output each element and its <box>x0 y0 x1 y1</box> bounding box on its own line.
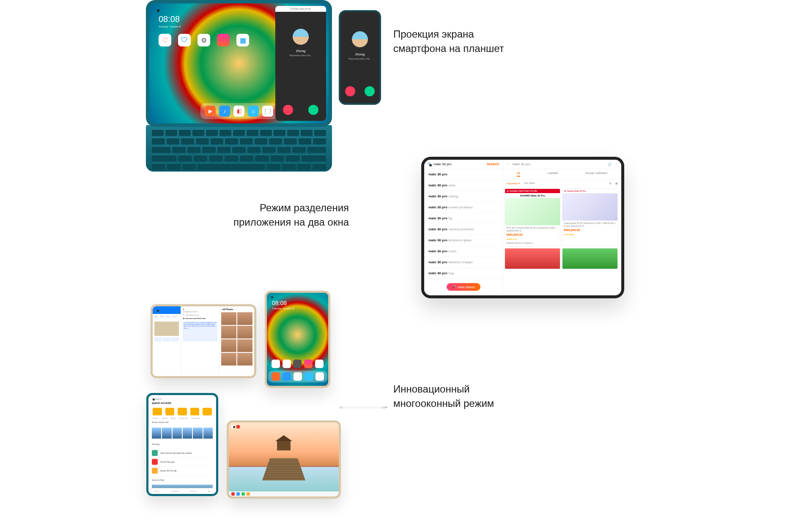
keyboard[interactable] <box>146 125 332 172</box>
photo-thumb[interactable] <box>237 339 252 352</box>
accept-call-button[interactable] <box>365 86 375 96</box>
window-icon[interactable] <box>231 425 235 428</box>
product-card[interactable]: ✿Huawei Mate 30 Pro Huawei Mate 30 Pro H… <box>562 188 618 246</box>
search-suggestion[interactable]: mate 30 pro casing <box>424 191 502 202</box>
tab-lazmall[interactable]: LazMall <box>548 172 558 177</box>
dock-icon[interactable]: ◧ <box>233 106 244 117</box>
folder-label: Downloads <box>191 417 200 419</box>
search-placeholder[interactable]: Search <box>155 398 162 400</box>
device-email-photos: New Draft Sent Trash ✕ zhong@huaweicom T… <box>151 304 256 378</box>
search-suggestion[interactable]: mate 30 pro 5g <box>424 213 502 224</box>
filter-topsales[interactable]: Top Sales <box>524 182 535 185</box>
window-icon[interactable] <box>236 425 240 428</box>
cart-icon[interactable]: 🛒 <box>608 162 612 166</box>
product-card[interactable] <box>505 248 560 269</box>
voice-search-button[interactable]: 🎤 Voice Search <box>447 283 480 291</box>
search-suggestion[interactable]: mate 30 pro screen protector <box>424 202 502 213</box>
taskbar-icon[interactable] <box>231 492 235 496</box>
photo-thumb[interactable] <box>237 312 252 325</box>
photo-thumb[interactable] <box>221 326 236 338</box>
nav-draft[interactable]: Draft <box>160 315 164 317</box>
dock-icon[interactable] <box>283 372 291 381</box>
nav-new[interactable]: New <box>154 315 158 317</box>
decline-call-button[interactable] <box>345 86 355 96</box>
app-icon[interactable]: 🛡 <box>178 34 191 46</box>
taskbar-icon[interactable] <box>247 492 250 496</box>
tab-categories[interactable]: Categories <box>171 490 179 492</box>
app-icon[interactable] <box>293 360 302 368</box>
email-from: zhong@huaweicom <box>183 311 217 313</box>
photo-thumb[interactable] <box>237 326 252 338</box>
search-suggestion[interactable]: mate 30 pro wireless charger <box>424 257 502 268</box>
dock-icon[interactable]: ⌂ <box>248 106 259 117</box>
dock-icon[interactable]: ♪ <box>219 106 230 117</box>
app-icon[interactable] <box>217 34 230 46</box>
product-image <box>562 194 617 221</box>
search-button[interactable]: SEARCH <box>487 163 499 166</box>
search-suggestion[interactable]: mate 30 pro sog <box>424 268 502 279</box>
tab-global[interactable]: Global Collection <box>585 172 608 177</box>
dock-icon[interactable] <box>304 372 313 381</box>
search-suggestion[interactable]: mate 30 pro camera protector <box>424 224 502 235</box>
huawei-logo-icon: ✿ <box>564 190 566 192</box>
taskbar-icon[interactable] <box>241 492 245 496</box>
caller-name: Zhong <box>275 49 326 53</box>
folder-icon[interactable] <box>153 408 162 415</box>
app-icon[interactable] <box>315 360 324 368</box>
filter-icon[interactable]: ⚙ <box>609 182 611 185</box>
tab-recent[interactable]: Recent <box>154 490 159 492</box>
product-image <box>562 248 617 269</box>
search-suggestion[interactable]: mate 30 pro <box>424 169 502 180</box>
search-suggestion[interactable]: mate 30 pro case <box>424 180 502 191</box>
photo-thumb[interactable] <box>237 353 252 366</box>
email-thumbnail <box>154 322 179 336</box>
dock-icon[interactable] <box>315 372 324 381</box>
dock-icon[interactable]: ⋮⋮ <box>262 106 273 117</box>
photo-thumb[interactable] <box>221 312 236 325</box>
tab-netdisk[interactable]: Net Disk <box>190 490 197 492</box>
product-card[interactable] <box>562 248 618 269</box>
app-icon[interactable] <box>283 360 291 368</box>
tab-all[interactable]: All <box>517 172 520 177</box>
list-item[interactable]: South Piao.gps <box>152 458 213 466</box>
folder-icon[interactable] <box>203 408 212 415</box>
folder-icon[interactable] <box>178 408 187 415</box>
app-icon[interactable] <box>304 360 313 368</box>
nav-sent[interactable]: Sent <box>167 315 170 317</box>
accept-call-button[interactable] <box>308 105 318 115</box>
search-input[interactable] <box>433 162 487 166</box>
search-suggestion[interactable]: mate 30 pro cover <box>424 246 502 257</box>
folder-icon[interactable] <box>165 408 175 415</box>
list-item[interactable]: wire network api.png/code square <box>152 449 213 458</box>
search-suggestion[interactable]: mate 30 pro tempered glass <box>424 235 502 246</box>
split-right-pane: ← mate 30 pro 🛒 ⋮ All LazMall Global Col… <box>503 160 621 295</box>
folder-label: Pictures <box>153 417 159 419</box>
dock-icon[interactable] <box>272 372 280 381</box>
back-icon[interactable]: ‹ <box>221 308 222 311</box>
app-icon[interactable]: ▦ <box>236 34 249 46</box>
grid-view-icon[interactable]: ▦ <box>615 182 618 185</box>
photo-thumb[interactable] <box>221 353 236 366</box>
filter-popularity[interactable]: Popularity ▾ <box>506 182 519 185</box>
dock-icon[interactable] <box>294 372 302 381</box>
photo-thumb[interactable] <box>221 339 236 352</box>
folder-icon[interactable] <box>190 408 200 415</box>
tab-me[interactable]: Me <box>208 490 211 492</box>
back-icon[interactable]: ← <box>506 162 510 166</box>
tablet-screen: 08:08 Tuesday, October 8 ♡ 🛡 ⚙ ▦ ▶ ♪ ◧ ⌂… <box>149 3 329 123</box>
date: Tuesday, October 8 <box>272 307 294 310</box>
taskbar-icon[interactable] <box>236 492 240 496</box>
app-icon[interactable]: ♡ <box>159 34 171 46</box>
app-icon[interactable] <box>272 360 280 368</box>
product-card[interactable]: ✿HUAWEI CERTIFIED STORE HUAWEI Mate 30 P… <box>505 188 560 246</box>
phone-mirror-panel: HUAWEI Mate 30 Pro Zhong Requesting vide… <box>275 6 326 121</box>
dock-icon[interactable]: ▶ <box>205 106 216 117</box>
more-icon[interactable]: ⋮ <box>614 162 618 166</box>
device-portrait-home: 08:08 Tuesday, October 8 <box>265 291 330 388</box>
nav-trash[interactable]: Trash <box>173 315 177 317</box>
quick-access-label: QUICK ACCESS <box>148 400 216 406</box>
caller-name: Zhong <box>340 52 379 56</box>
list-item[interactable]: Mutan 3D Pro.file <box>152 466 213 475</box>
app-icon[interactable]: ⚙ <box>198 34 210 46</box>
decline-call-button[interactable] <box>283 105 293 115</box>
